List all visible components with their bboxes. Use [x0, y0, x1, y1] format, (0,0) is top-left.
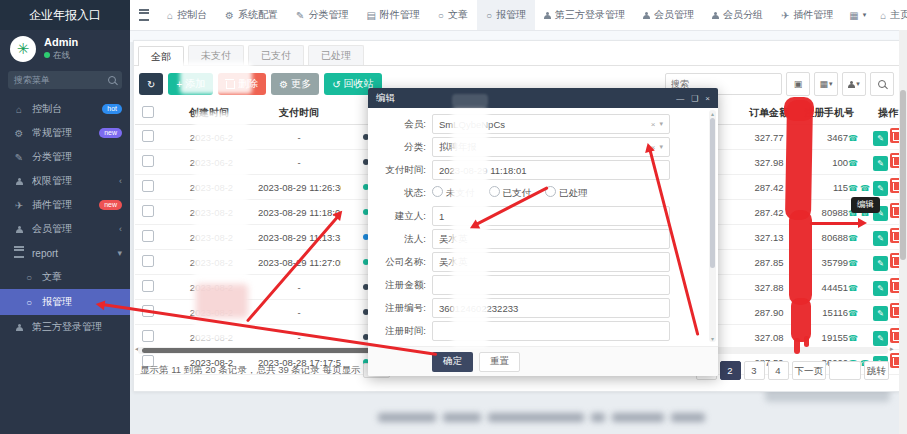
sidebar-item-report[interactable]: report▾ [0, 241, 130, 265]
row-checkbox-cell [135, 125, 161, 150]
phone-icon[interactable]: ☎ [848, 309, 858, 318]
dialog-header[interactable]: 编辑 — ❑ × [368, 88, 718, 108]
edit-button[interactable]: ✎ [873, 256, 888, 271]
phone-icon[interactable]: ☎ [848, 284, 858, 293]
search-toggle-button[interactable] [870, 72, 894, 96]
sidebar-item-分类管理[interactable]: ✎分类管理 [0, 145, 130, 169]
radio-option-已支付[interactable]: 已支付 [489, 186, 532, 200]
topbar-item-label: 插件管理 [793, 8, 833, 22]
confirm-button[interactable]: 确定 [432, 352, 473, 372]
page-scrollbar[interactable] [899, 30, 907, 434]
pencil-icon: ✎ [877, 184, 884, 193]
topbar-item-会员分组[interactable]: 会员分组 [703, 0, 772, 30]
phone-icon[interactable]: ☎ [848, 334, 858, 343]
phone-icon[interactable]: ☎ [848, 134, 858, 143]
row-checkbox[interactable] [142, 330, 154, 342]
list-icon [12, 246, 26, 260]
topbar-item-第三方登录管理[interactable]: 第三方登录管理 [535, 0, 634, 30]
row-checkbox[interactable] [142, 205, 154, 217]
topbar-item-文章[interactable]: ○文章 [429, 0, 477, 30]
more-button[interactable]: ⚙更多 [271, 73, 319, 95]
phone-icon[interactable]: ☎ [848, 159, 858, 168]
next-page-button[interactable]: 下一页 [792, 361, 827, 380]
user-avatar[interactable]: ✳ [10, 36, 36, 62]
filter-user-button[interactable]: ▾ [842, 72, 866, 96]
row-checkbox[interactable] [142, 130, 154, 142]
edit-button[interactable]: ✎ [873, 156, 888, 171]
page-jump-input[interactable] [829, 361, 861, 380]
chevron-down-icon[interactable]: ▾ [659, 143, 663, 152]
phone-number: 15116 [822, 307, 848, 318]
radio-option-已处理[interactable]: 已处理 [545, 186, 588, 200]
phone-number: 19155 [822, 332, 848, 343]
sidebar-item-常规管理[interactable]: ⚙常规管理new [0, 121, 130, 145]
form-row-状态: 状态:未支付已支付已处理 [368, 183, 718, 203]
phone-icon[interactable]: ☎ [848, 234, 858, 243]
topbar-item-系统配置[interactable]: ⚙系统配置 [216, 0, 287, 30]
maximize-icon[interactable]: ❑ [691, 94, 698, 103]
topbar-item-会员管理[interactable]: 会员管理 [634, 0, 703, 30]
sidebar-item-权限管理[interactable]: 权限管理‹ [0, 169, 130, 193]
edit-button[interactable]: ✎ [873, 281, 888, 296]
sidebar-item-控制台[interactable]: ⌂控制台hot [0, 97, 130, 121]
page-button-3[interactable]: 3 [744, 361, 765, 380]
phone-number: 80688 [822, 232, 848, 243]
close-icon[interactable]: × [705, 94, 710, 103]
topbar-item-附件管理[interactable]: ▤附件管理 [357, 0, 428, 30]
sidebar-item-插件管理[interactable]: ✈插件管理new [0, 193, 130, 217]
edit-button[interactable]: ✎ [873, 331, 888, 346]
page-button-2[interactable]: 2 [720, 361, 741, 380]
edit-button[interactable]: ✎ [873, 131, 888, 146]
topbar-item-分类管理[interactable]: ✎分类管理 [287, 0, 357, 30]
user-icon [848, 81, 855, 88]
refresh-button[interactable]: ↻ [139, 73, 163, 95]
columns-button[interactable]: ▦▾ [814, 72, 838, 96]
chevron-down-icon[interactable]: ▾ [659, 120, 663, 129]
user-name: Admin [44, 36, 78, 48]
minimize-icon[interactable]: — [676, 94, 684, 103]
clear-icon[interactable]: × [651, 143, 656, 152]
row-checkbox[interactable] [142, 180, 154, 192]
jump-button[interactable]: 跳转 [864, 361, 889, 380]
page-button-4[interactable]: 4 [768, 361, 789, 380]
sidebar-item-会员管理[interactable]: 会员管理‹ [0, 217, 130, 241]
hscroll-right-icon[interactable]: ▸ [890, 345, 894, 353]
reset-button[interactable]: 重置 [479, 352, 520, 372]
tab-已处理[interactable]: 已处理 [308, 45, 364, 65]
select-all-checkbox[interactable] [142, 106, 154, 118]
sidebar-toggle-button[interactable] [130, 0, 158, 30]
extra-phone-cell [859, 250, 871, 275]
edit-button[interactable]: ✎ [873, 181, 888, 196]
phone-icon[interactable]: ☎ [860, 184, 870, 193]
row-checkbox[interactable] [142, 230, 154, 242]
home-link[interactable]: ⌂主页 [873, 0, 907, 30]
sidebar-item-报管理[interactable]: ○报管理 [0, 289, 130, 315]
edit-button[interactable]: ✎ [873, 306, 888, 321]
page-scroll-thumb[interactable] [900, 90, 906, 260]
home-icon: ⌂ [880, 10, 886, 21]
tab-全部[interactable]: 全部 [138, 46, 184, 66]
phone-icon[interactable]: ☎ [848, 259, 858, 268]
row-checkbox[interactable] [142, 155, 154, 167]
row-checkbox[interactable] [142, 255, 154, 267]
apps-dropdown-button[interactable]: ▦▾ [842, 0, 873, 30]
pencil-icon: ✎ [877, 234, 884, 243]
sidebar-item-label: 权限管理 [32, 174, 119, 188]
gear-icon: ⚙ [225, 10, 234, 21]
clear-icon[interactable]: × [651, 120, 656, 129]
phone-cell: 115☎ [799, 175, 859, 200]
phone-number: 3467 [827, 132, 848, 143]
row-checkbox[interactable] [142, 280, 154, 292]
export-button[interactable]: ▣ [786, 72, 810, 96]
topbar-item-报管理[interactable]: ○报管理 [477, 0, 535, 30]
sidebar-item-第三方登录管理[interactable]: 第三方登录管理 [0, 315, 130, 339]
topbar-item-控制台[interactable]: ⌂控制台 [158, 0, 216, 30]
topbar-item-插件管理[interactable]: ✈插件管理 [772, 0, 842, 30]
sidebar-search-input[interactable]: 搜索菜单 [8, 71, 122, 89]
row-checkbox[interactable] [142, 305, 154, 317]
phone-icon[interactable]: ☎ [848, 184, 858, 193]
sidebar-item-文章[interactable]: ○文章 [0, 265, 130, 289]
extra-phone-cell [859, 275, 871, 300]
edit-button[interactable]: ✎ [873, 231, 888, 246]
tab-已支付[interactable]: 已支付 [248, 45, 304, 65]
